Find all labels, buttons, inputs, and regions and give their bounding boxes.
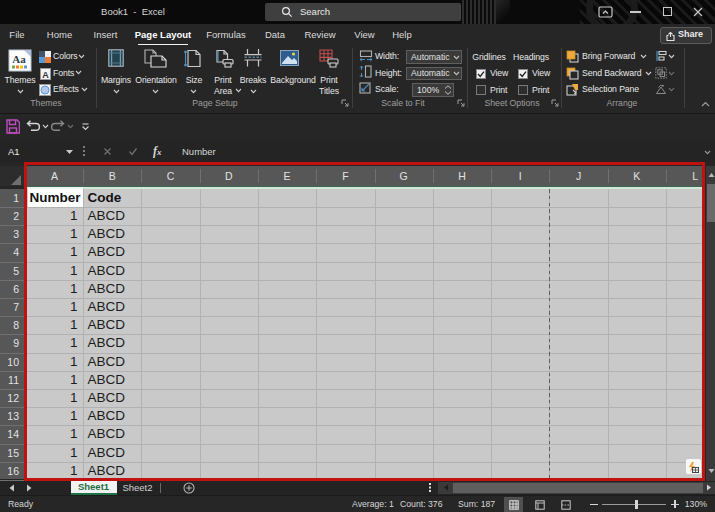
svg-text:A: A — [42, 69, 49, 79]
svg-text:Aa: Aa — [12, 53, 26, 65]
